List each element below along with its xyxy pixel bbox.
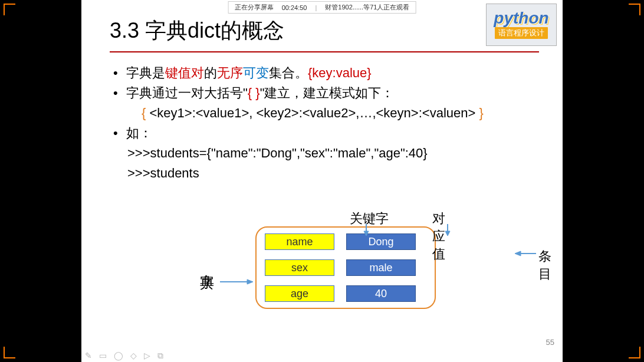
dict-row: sex male <box>265 259 426 276</box>
cursor-icon: ↖ <box>491 278 498 288</box>
label-dict: 字典 <box>198 263 216 265</box>
code-line-1: >>>students={"name":"Dong","sex":"male",… <box>111 143 539 163</box>
arrow-value-icon <box>444 224 451 236</box>
slide-header: python 语言程序设计 3.3 字典dict的概念 <box>81 0 563 52</box>
annotation-toolbar[interactable]: ✎ ▭ ◯ ◇ ▷ ⧉ <box>85 351 163 361</box>
bullet-1: 字典是键值对的无序可变集合。{key:value} <box>111 63 539 83</box>
arrow-keyword-icon <box>363 224 370 236</box>
dict-val-cell: male <box>346 259 416 276</box>
bullet-2: 字典通过一对大括号"{ }"建立，建立模式如下： <box>111 83 539 103</box>
syntax-pattern: { <key1>:<value1>, <key2>:<value2>,…,<ke… <box>111 103 539 123</box>
title-underline <box>110 51 539 52</box>
dict-val-cell: Dong <box>346 233 416 250</box>
dict-row: age 40 <box>265 285 426 302</box>
frame-corner <box>4 4 15 15</box>
arrow-dict-icon <box>220 278 253 285</box>
page-number: 55 <box>546 338 554 347</box>
svg-marker-3 <box>445 231 450 236</box>
dict-container: name Dong sex male age 40 <box>255 226 436 309</box>
clear-icon[interactable]: ◇ <box>130 351 137 361</box>
dict-diagram: 关键字 对应值 条目 字典 name Dong sex male age 40 … <box>255 226 436 309</box>
bullet-3: 如： <box>111 123 539 143</box>
svg-marker-1 <box>364 231 369 236</box>
label-value: 对应值 <box>432 210 445 263</box>
screen-icon[interactable]: ⧉ <box>157 351 163 361</box>
dict-key-cell: sex <box>265 259 334 276</box>
logo-sub: 语言程序设计 <box>495 27 548 39</box>
python-logo: python 语言程序设计 <box>486 4 557 46</box>
arrow-entry-icon <box>515 250 536 257</box>
svg-marker-5 <box>515 251 521 256</box>
dict-row: name Dong <box>265 233 426 250</box>
frame-corner <box>629 4 640 15</box>
dict-key-cell: name <box>265 233 334 250</box>
eraser-icon[interactable]: ◯ <box>114 351 123 361</box>
slide-area: 正在分享屏幕 00:24:50 | 财管1902......等71人正在观看 p… <box>81 0 563 362</box>
frame-corner <box>629 347 640 358</box>
frame-corner <box>4 347 15 358</box>
pointer-icon[interactable]: ▷ <box>144 351 150 361</box>
label-entry: 条目 <box>538 248 551 283</box>
svg-marker-7 <box>247 279 253 284</box>
code-line-2: >>>students <box>111 163 539 183</box>
rect-icon[interactable]: ▭ <box>99 351 107 361</box>
logo-main: python <box>494 11 548 25</box>
pen-icon[interactable]: ✎ <box>85 351 92 361</box>
dict-val-cell: 40 <box>346 285 416 302</box>
dict-key-cell: age <box>265 285 334 302</box>
slide-content: 字典是键值对的无序可变集合。{key:value} 字典通过一对大括号"{ }"… <box>81 52 563 184</box>
